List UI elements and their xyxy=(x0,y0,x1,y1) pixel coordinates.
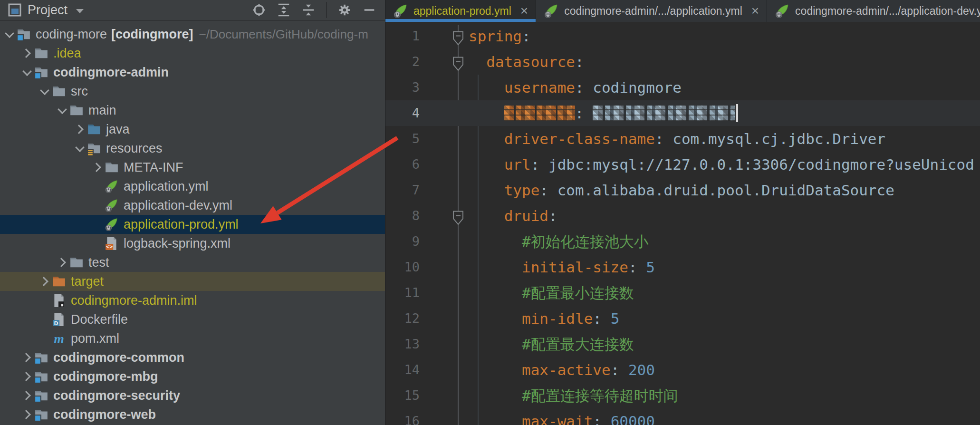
tree-row-target[interactable]: target xyxy=(0,272,385,291)
token-key: max-active xyxy=(522,361,611,378)
collapse-all-icon[interactable] xyxy=(299,1,317,19)
chevron-down-icon[interactable] xyxy=(20,70,33,75)
tree-row-application-yml[interactable]: application.yml xyxy=(0,177,385,196)
code-line-7[interactable]: 7 type: com.alibaba.druid.pool.DruidData… xyxy=(385,177,980,203)
fold-marker-icon[interactable] xyxy=(452,54,464,69)
tree-row-coding-more[interactable]: coding-more[codingmore]~/Documents/GitHu… xyxy=(0,25,385,44)
tree-row-main[interactable]: main xyxy=(0,101,385,120)
tab-codingmore-admin-application-dev-yml[interactable]: codingmore-admin/.../application-dev.yml xyxy=(767,0,980,22)
expand-all-icon[interactable] xyxy=(275,1,293,19)
code-line-8[interactable]: 8 druid: xyxy=(385,203,980,229)
token-key: spring xyxy=(469,28,522,45)
folder-module-icon xyxy=(34,350,48,365)
tab-label: codingmore-admin/.../application-dev.yml xyxy=(795,5,980,18)
tree-row-dockerfile[interactable]: DDockerfile xyxy=(0,310,385,329)
token-com: #配置最小连接数 xyxy=(522,284,634,301)
tree-row-meta-inf[interactable]: META-INF xyxy=(0,158,385,177)
tab-application-prod-yml[interactable]: application-prod.yml× xyxy=(385,0,536,22)
panel-header-toolbar xyxy=(250,1,385,19)
fold-marker-icon[interactable] xyxy=(452,28,464,43)
tab-codingmore-admin-application-yml[interactable]: codingmore-admin/.../application.yml× xyxy=(536,0,767,22)
token-val: com.mysql.cj.jdbc.Driver xyxy=(673,130,885,147)
code-line-4[interactable]: 4 : xyxy=(385,100,980,126)
token-key: driver-class-name xyxy=(504,130,655,147)
tree-item-label: codingmore-security xyxy=(53,388,180,403)
spring-leaf-icon xyxy=(544,3,559,19)
chevron-right-icon[interactable] xyxy=(56,259,68,266)
chevron-right-icon[interactable] xyxy=(20,50,33,57)
toolbar-divider xyxy=(326,2,327,18)
chevron-right-icon[interactable] xyxy=(38,278,51,285)
code-line-16[interactable]: 16 max-wait: 60000 xyxy=(385,408,980,425)
chevron-right-icon[interactable] xyxy=(20,411,33,418)
chevron-down-icon[interactable] xyxy=(38,89,51,94)
code-line-12[interactable]: 12 min-idle: 5 xyxy=(385,306,980,331)
tree-row-logback-spring-xml[interactable]: <>logback-spring.xml xyxy=(0,234,385,253)
tab-label: codingmore-admin/.../application.yml xyxy=(564,5,742,18)
tree-item-label: application-prod.yml xyxy=(124,217,239,232)
token-key: max-wait xyxy=(522,413,593,425)
chevron-right-icon[interactable] xyxy=(20,354,33,361)
line-number: 1 xyxy=(385,23,420,49)
code-line-11[interactable]: 11 #配置最小连接数 xyxy=(385,280,980,306)
tree-row-codingmore-security[interactable]: codingmore-security xyxy=(0,386,385,405)
tree-row-src[interactable]: src xyxy=(0,82,385,101)
close-icon[interactable]: × xyxy=(520,4,528,18)
hide-icon[interactable] xyxy=(360,1,378,19)
tree-row-codingmore-mbg[interactable]: codingmore-mbg xyxy=(0,367,385,386)
tree-row-test[interactable]: test xyxy=(0,253,385,272)
tree-row-codingmore-web[interactable]: codingmore-web xyxy=(0,405,385,424)
project-path: ~/Documents/GitHub/coding-m xyxy=(199,27,368,42)
tree-item-label: codingmore-admin xyxy=(53,65,169,80)
code-line-9[interactable]: 9 #初始化连接池大小 xyxy=(385,229,980,254)
folder-module-icon xyxy=(34,407,48,422)
project-tree: coding-more[codingmore]~/Documents/GitHu… xyxy=(0,21,385,424)
chevron-down-icon[interactable] xyxy=(56,108,68,113)
close-icon[interactable]: × xyxy=(751,4,759,18)
chevron-right-icon[interactable] xyxy=(91,164,104,171)
tree-row-application-dev-yml[interactable]: application-dev.yml xyxy=(0,196,385,215)
tree-item-label: logback-spring.xml xyxy=(124,236,231,251)
tree-row-pom-xml[interactable]: mpom.xml xyxy=(0,329,385,348)
code-line-14[interactable]: 14 max-active: 200 xyxy=(385,357,980,383)
project-name-suffix: [codingmore] xyxy=(111,27,193,42)
code-line-15[interactable]: 15 #配置连接等待超时时间 xyxy=(385,383,980,408)
token-colon: : xyxy=(611,361,628,378)
tree-row-idea[interactable]: .idea xyxy=(0,44,385,63)
fold-marker-icon[interactable] xyxy=(452,208,464,223)
code-line-10[interactable]: 10 initial-size: 5 xyxy=(385,254,980,280)
tree-row-resources[interactable]: resources xyxy=(0,139,385,158)
chevron-down-icon[interactable] xyxy=(76,9,84,13)
svg-text:m: m xyxy=(54,331,64,346)
line-number: 12 xyxy=(385,306,420,331)
editor-area[interactable]: 1spring:2 datasource:3 username: codingm… xyxy=(385,22,980,425)
code-line-2[interactable]: 2 datasource: xyxy=(385,49,980,75)
code-line-3[interactable]: 3 username: codingmore xyxy=(385,75,980,100)
line-number: 5 xyxy=(385,126,420,152)
tree-row-codingmore-common[interactable]: codingmore-common xyxy=(0,348,385,367)
panel-title[interactable]: Project xyxy=(28,3,67,18)
chevron-right-icon[interactable] xyxy=(20,392,33,399)
tree-row-java[interactable]: java xyxy=(0,120,385,139)
code-text: initial-size: 5 xyxy=(469,254,980,280)
folder-module-icon xyxy=(34,369,48,384)
line-number: 2 xyxy=(385,49,420,75)
tree-row-codingmore-admin[interactable]: codingmore-admin xyxy=(0,63,385,82)
chevron-down-icon[interactable] xyxy=(3,32,16,37)
code-line-1[interactable]: 1spring: xyxy=(385,23,980,49)
tree-row-codingmore-admin-iml[interactable]: codingmore-admin.iml xyxy=(0,291,385,310)
locate-icon[interactable] xyxy=(250,1,268,19)
chevron-right-icon[interactable] xyxy=(73,126,86,133)
chevron-down-icon[interactable] xyxy=(73,146,86,151)
code-text: type: com.alibaba.druid.pool.DruidDataSo… xyxy=(469,177,980,203)
token-colon: : xyxy=(593,413,610,425)
code-text: url: jdbc:mysql://127.0.0.1:3306/codingm… xyxy=(469,152,980,177)
chevron-right-icon[interactable] xyxy=(20,373,33,380)
code-line-6[interactable]: 6 url: jdbc:mysql://127.0.0.1:3306/codin… xyxy=(385,152,980,177)
code-line-5[interactable]: 5 driver-class-name: com.mysql.cj.jdbc.D… xyxy=(385,126,980,152)
settings-icon[interactable] xyxy=(336,1,354,19)
tree-row-application-prod-yml[interactable]: application-prod.yml xyxy=(0,215,385,234)
folder-module-icon xyxy=(17,27,31,41)
token-num: 5 xyxy=(611,310,620,327)
code-line-13[interactable]: 13 #配置最大连接数 xyxy=(385,331,980,357)
